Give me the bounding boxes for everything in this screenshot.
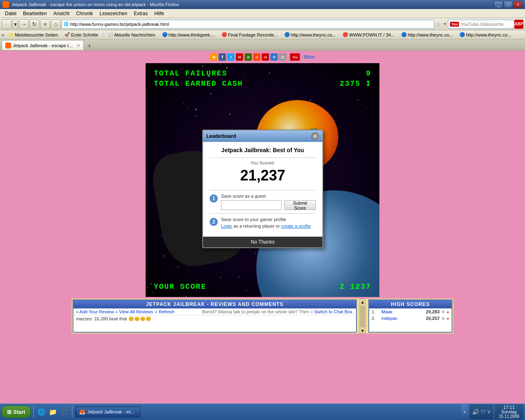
option2-number: 2 (210, 218, 218, 226)
score-label: You Scored: (210, 160, 316, 165)
switch-chat-link[interactable]: Switch to Chat Box. (314, 309, 354, 314)
bookmark-nachrichten[interactable]: 📰 Aktuelle Nachrichten (105, 32, 158, 38)
bookmark-star-icon[interactable]: ☆ (435, 21, 442, 27)
search-input[interactable] (461, 22, 517, 27)
share-mixx-icon[interactable]: mi (262, 53, 269, 61)
share-favorites-icon[interactable]: ★ (210, 53, 217, 61)
bookmark-meistbesucht[interactable]: ⭐ Meistbesuchte Seiten (6, 32, 60, 38)
option1-number: 1 (210, 194, 218, 203)
share-myspace-icon[interactable]: M (236, 53, 243, 61)
flag-icon-2[interactable]: ● (447, 316, 449, 321)
forward-button[interactable]: → (19, 19, 29, 29)
share-delicious-icon[interactable]: d (270, 53, 278, 61)
submit-score-button[interactable]: Submit Score (284, 200, 316, 210)
taskbar-separator2 (72, 406, 73, 418)
scrollbar-up-arrow[interactable]: ▲ (361, 300, 365, 304)
bookmark-erste-schritte[interactable]: 🚀 Erste Schritte (62, 32, 100, 38)
rank-2: 2. (372, 316, 380, 321)
bookmark-footage[interactable]: 🔴 Final Footage Recorde... (219, 32, 280, 38)
taskbar-ie-icon[interactable]: 🌐 (37, 407, 46, 417)
scrollbar-track (360, 306, 365, 327)
back-dropdown[interactable]: ▾ (12, 19, 18, 29)
no-thanks-button[interactable]: No Thanks (203, 237, 322, 247)
leaderboard-close-button[interactable]: ⊙ (311, 132, 319, 140)
more-link[interactable]: More (304, 54, 315, 60)
tray-network-icon[interactable]: 🔊 (472, 409, 479, 415)
refresh-link[interactable]: » Refresh (155, 309, 174, 314)
menu-ansicht[interactable]: Ansicht (50, 10, 73, 17)
system-tray: 🔊 🛡 V (470, 404, 493, 419)
login-row: Login as a returning player or create a … (221, 224, 316, 228)
url-text: http://www.funny-games.biz/jetpack-jailb… (70, 22, 432, 27)
leaderboard-divider1 (210, 158, 316, 158)
highscore-row-2: 2. indepas 20,257 ⚙ ● (369, 315, 452, 322)
url-bar[interactable]: 🌐 http://www.funny-games.biz/jetpack-jai… (62, 20, 434, 29)
menu-hilfe[interactable]: Hilfe (151, 10, 167, 17)
leaderboard-divider2 (210, 190, 316, 190)
player-2-name[interactable]: indepas (381, 316, 420, 321)
bookmark-theync2[interactable]: 🔵 http://www.theync.co... (399, 32, 455, 38)
bookmark-theync3[interactable]: 🔵 http://www.theync.co... (457, 32, 514, 38)
tray-antivirus-icon[interactable]: V (487, 409, 491, 415)
window-controls[interactable]: _ □ × (494, 1, 523, 8)
menu-bearbeiten[interactable]: Bearbeiten (20, 10, 50, 17)
bookmarks-expand[interactable]: » (2, 32, 4, 37)
leaderboard-dialog: Leaderboard ⊙ Jetpack Jailbreak: Best of… (202, 130, 323, 248)
share-reddit-icon[interactable]: re (253, 53, 260, 61)
menu-extras[interactable]: Extras (130, 10, 151, 17)
share-bar: ★ f t M di re mi d @ | You | More (210, 51, 315, 63)
guest-name-input[interactable] (221, 200, 282, 210)
reviews-scrollbar[interactable]: ▲ ▼ (359, 299, 366, 333)
taskbar-expand-button[interactable]: » (461, 404, 468, 419)
taskbar-firefox-app[interactable]: 🦊 Jetpack Jailbreak - es... (75, 406, 141, 418)
share-digg-icon[interactable]: di (244, 53, 252, 61)
share-email-icon[interactable]: @ (279, 53, 286, 61)
minimize-button[interactable]: _ (494, 1, 503, 8)
back-button[interactable]: ← (2, 19, 11, 29)
share-twitter-icon[interactable]: t (227, 53, 235, 61)
adblock-button[interactable]: ABP (514, 20, 523, 29)
home-button[interactable]: ⌂ (51, 19, 61, 29)
gear-icon-1[interactable]: ⚙ (441, 310, 445, 314)
game-wrapper: TOTAL FAILURES 9 TOTAL EARNED CASH 2375 … (146, 63, 379, 297)
menu-chronik[interactable]: Chronik (73, 10, 96, 17)
scrollbar-down-arrow[interactable]: ▼ (361, 329, 365, 333)
your-score-label: YOUR SCORE (154, 283, 206, 291)
search-box[interactable]: You 🔍 (448, 20, 514, 29)
player-1-name[interactable]: Маик (381, 309, 420, 314)
stop-button[interactable]: × (40, 19, 50, 29)
leaderboard-divider3 (210, 213, 316, 214)
flag-icon-1[interactable]: ● (447, 310, 449, 314)
tab-close-button[interactable]: × (77, 43, 80, 48)
total-failures-label: TOTAL FAILURES (154, 69, 227, 78)
taskbar-folder-icon[interactable]: 📁 (48, 407, 58, 417)
option1-label: Save score as a guest (221, 194, 316, 199)
add-review-link[interactable]: » Add Your Review (76, 309, 114, 314)
maximize-button[interactable]: □ (504, 1, 513, 8)
share-facebook-icon[interactable]: f (219, 53, 226, 61)
reload-button[interactable]: ↻ (30, 19, 39, 29)
clock[interactable]: 17:11 Sonntag 15.11.2009 (495, 404, 523, 419)
guest-input-row: Submit Score (221, 200, 316, 210)
share-youtube-icon[interactable]: You (290, 53, 300, 61)
bookmark-arrow[interactable]: ▾ (443, 21, 447, 27)
menu-datei[interactable]: Datei (2, 10, 20, 17)
login-link[interactable]: Login (221, 224, 232, 228)
active-tab[interactable]: Jetpack Jailbreak - escape the priso... … (2, 40, 84, 50)
close-button[interactable]: × (514, 1, 523, 8)
leaderboard-title: Jetpack Jailbreak: Best of You (210, 147, 316, 153)
gear-icon-2[interactable]: ⚙ (441, 316, 445, 321)
page-content: ★ f t M di re mi d @ | You | More TOTAL … (0, 51, 525, 404)
create-profile-link[interactable]: create a profile (281, 224, 311, 228)
bookmark-thinkgeek[interactable]: 🔵 http://www.thinkgeek.... (160, 32, 217, 38)
new-tab-button[interactable]: + (85, 42, 94, 50)
start-button[interactable]: ⊞ Start (2, 406, 31, 418)
option1-content: Save score as a guest Submit Score (221, 194, 316, 210)
menu-lesezeichen[interactable]: Lesezeichen (96, 10, 130, 17)
view-all-link[interactable]: » View All Reviews (115, 309, 153, 314)
taskbar-media-icon[interactable]: 🎵 (59, 407, 69, 417)
firefox-icon (2, 1, 9, 8)
bookmark-pownit[interactable]: 🔴 WWW.POWN.IT / 34... (340, 32, 397, 38)
tray-security-icon[interactable]: 🛡 (481, 409, 486, 415)
bookmark-theync1[interactable]: 🔵 http://www.theync.co... (282, 32, 338, 38)
